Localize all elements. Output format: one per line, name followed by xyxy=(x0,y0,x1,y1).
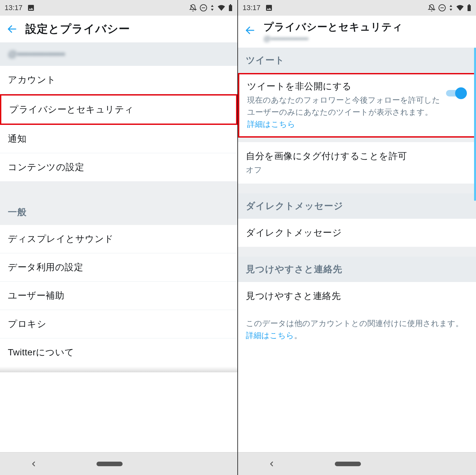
section-gap xyxy=(238,247,476,257)
section-gap xyxy=(238,184,476,193)
photo-tagging-sub: オフ xyxy=(246,164,462,176)
clock-text: 13:17 xyxy=(5,4,22,12)
row-gap xyxy=(238,138,476,142)
settings-item-notifications[interactable]: 通知 xyxy=(0,125,237,153)
learn-more-link[interactable]: 詳細はこちら xyxy=(246,331,294,340)
picture-icon xyxy=(27,4,35,12)
page-title: プライバシーとセキュリティ xyxy=(263,20,403,34)
scroll-fade xyxy=(0,366,237,372)
protect-tweets-row[interactable]: ツイートを非公開にする 現在のあなたのフォロワーと今後フォローを許可したユーザー… xyxy=(238,73,476,138)
status-bar: 13:17 xyxy=(238,0,476,16)
dnd-bell-icon xyxy=(428,4,436,12)
battery-icon xyxy=(228,4,233,12)
protect-tweets-title: ツイートを非公開にする xyxy=(247,80,440,93)
picture-icon xyxy=(265,4,273,12)
settings-item-content[interactable]: コンテンツの設定 xyxy=(0,153,237,181)
back-arrow-icon[interactable] xyxy=(7,23,18,35)
learn-more-link[interactable]: 詳細はこちら xyxy=(247,120,295,128)
section-header-dm: ダイレクトメッセージ xyxy=(238,193,476,219)
settings-item-label: アカウント xyxy=(8,74,56,86)
nav-back-icon[interactable] xyxy=(268,460,275,468)
settings-item-data-usage[interactable]: データ利用の設定 xyxy=(0,253,237,282)
minus-circle-icon xyxy=(438,4,446,12)
scroll-indicator xyxy=(474,48,476,201)
page-title: 設定とプライバシー xyxy=(25,22,130,37)
nav-back-icon[interactable] xyxy=(30,460,37,468)
signal-updown-icon xyxy=(210,4,215,12)
settings-item-display-sound[interactable]: ディスプレイとサウンド xyxy=(0,225,237,253)
settings-item-proxy[interactable]: プロキシ xyxy=(0,310,237,338)
settings-item-label: Twitterについて xyxy=(8,346,74,359)
minus-circle-icon xyxy=(200,4,207,12)
nav-home-pill[interactable] xyxy=(335,462,361,466)
settings-item-label: プライバシーとセキュリティ xyxy=(9,103,134,116)
nav-home-pill[interactable] xyxy=(97,462,123,466)
svg-rect-7 xyxy=(468,5,471,11)
svg-rect-8 xyxy=(469,4,470,5)
svg-rect-2 xyxy=(229,5,232,11)
right-screen: 13:17 プライバシーとセキュリティ @••••••••••••••• ツイー… xyxy=(238,0,476,475)
app-bar: プライバシーとセキュリティ @••••••••••••••• xyxy=(238,16,476,48)
wifi-icon xyxy=(456,4,464,12)
settings-item-label: ユーザー補助 xyxy=(8,289,64,302)
dm-row[interactable]: ダイレクトメッセージ xyxy=(238,219,476,247)
account-handle-row[interactable]: @••••••••••••••• xyxy=(0,42,237,66)
section-gap xyxy=(0,181,237,200)
android-nav-bar xyxy=(238,452,476,475)
settings-item-accessibility[interactable]: ユーザー補助 xyxy=(0,282,237,310)
android-nav-bar xyxy=(0,452,237,475)
signal-updown-icon xyxy=(449,4,453,12)
photo-tagging-title: 自分を画像にタグ付けすることを許可 xyxy=(246,150,462,162)
protect-tweets-switch[interactable] xyxy=(446,87,467,99)
discover-info-text: このデータは他のアカウントとの関連付けに使用されます。詳細はこちら。 xyxy=(238,310,476,349)
dm-row-label: ダイレクトメッセージ xyxy=(246,227,342,239)
content-area: @••••••••••••••• アカウント プライバシーとセキュリティ 通知 … xyxy=(0,42,237,452)
svg-rect-3 xyxy=(230,4,231,5)
battery-icon xyxy=(467,4,471,12)
settings-item-label: データ利用の設定 xyxy=(8,261,83,274)
settings-item-label: ディスプレイとサウンド xyxy=(8,233,114,245)
back-arrow-icon[interactable] xyxy=(245,25,256,36)
content-area: ツイート ツイートを非公開にする 現在のあなたのフォロワーと今後フォローを許可し… xyxy=(238,48,476,452)
settings-item-label: コンテンツの設定 xyxy=(8,161,84,173)
account-handle-text: @••••••••••••••• xyxy=(8,49,230,59)
clock-text: 13:17 xyxy=(243,4,260,12)
page-subtitle-handle: @••••••••••••••• xyxy=(263,35,403,43)
settings-item-account[interactable]: アカウント xyxy=(0,66,237,94)
settings-item-about[interactable]: Twitterについて xyxy=(0,338,237,366)
section-header-tweets: ツイート xyxy=(238,48,476,73)
discover-row-label: 見つけやすさと連絡先 xyxy=(246,290,341,302)
discover-row[interactable]: 見つけやすさと連絡先 xyxy=(238,282,476,310)
settings-item-label: 通知 xyxy=(8,133,26,145)
switch-thumb xyxy=(455,87,467,99)
settings-item-label: プロキシ xyxy=(8,318,46,330)
status-bar: 13:17 xyxy=(0,0,237,16)
dnd-bell-icon xyxy=(189,4,197,12)
settings-item-privacy[interactable]: プライバシーとセキュリティ xyxy=(0,94,237,125)
photo-tagging-row[interactable]: 自分を画像にタグ付けすることを許可 オフ xyxy=(238,142,476,184)
app-bar: 設定とプライバシー xyxy=(0,16,237,42)
wifi-icon xyxy=(217,4,226,12)
protect-tweets-desc: 現在のあなたのフォロワーと今後フォローを許可したユーザーのみにあなたのツイートが… xyxy=(247,94,440,130)
left-screen: 13:17 設定とプライバシー @••••••••••••••• アカウント プ… xyxy=(0,0,238,475)
section-header-discover: 見つけやすさと連絡先 xyxy=(238,257,476,282)
section-header-general: 一般 xyxy=(0,200,237,225)
